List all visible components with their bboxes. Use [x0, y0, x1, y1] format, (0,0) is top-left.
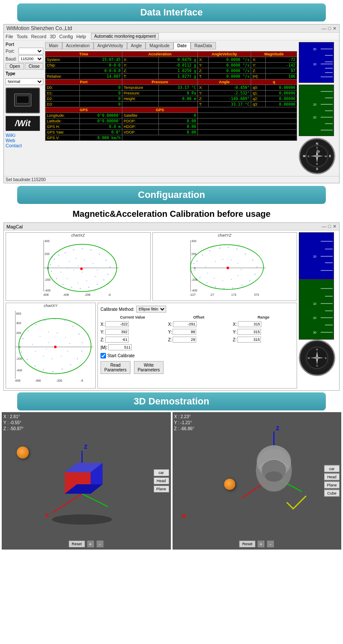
menu-tools[interactable]: Tools [17, 34, 28, 39]
demo-left-car-btn[interactable]: car [154, 469, 169, 476]
demo-right-plane-btn[interactable]: Plane [324, 482, 340, 489]
hdop-value: 0.00 [159, 124, 198, 130]
offset-z-input[interactable] [173, 337, 196, 343]
baud-row: Baud: 115200 [6, 55, 43, 62]
range-z-input[interactable] [237, 337, 261, 343]
orange-ball-right [224, 479, 235, 490]
offset-x-input[interactable] [173, 321, 197, 327]
read-parameters-button[interactable]: ReadParameters [100, 361, 131, 374]
magcal-close[interactable]: ✕ [333, 224, 337, 229]
svg-point-34 [58, 255, 59, 255]
svg-text:20: 20 [313, 116, 316, 119]
menu-config[interactable]: Config [59, 34, 73, 39]
tab-angle[interactable]: Angle [127, 42, 146, 49]
demo-left-coords: X : 2.81° Y : -0.55° Z : -50.87° [3, 414, 24, 432]
svg-point-155 [35, 351, 36, 352]
menu-help[interactable]: Help [76, 34, 86, 39]
gpsh-value: 0.0 m [79, 124, 122, 130]
configuration-header: Configuaration [17, 186, 326, 204]
tab-date[interactable]: Date [173, 42, 191, 49]
port-select[interactable] [18, 48, 43, 55]
contact-link[interactable]: Contact [6, 143, 43, 148]
demo-right-car-btn[interactable]: car [324, 465, 340, 472]
compass-e: E [329, 155, 331, 158]
minimize-icon[interactable]: — [322, 26, 326, 31]
magnitude-header: Magnitude [251, 52, 297, 57]
svg-point-52 [52, 257, 53, 258]
tab-magnitude[interactable]: Magnitude [146, 42, 173, 49]
tab-rawdata[interactable]: RawData [191, 42, 216, 49]
window-controls[interactable]: — □ ✕ [322, 26, 337, 31]
angvelz-value: 0.0000 °/s [209, 68, 251, 74]
d1-value: 0 [79, 91, 122, 96]
magcal-maximize[interactable]: □ [328, 224, 331, 229]
demo-left-minus-btn[interactable]: - [96, 540, 104, 548]
wiki-link[interactable]: WiKi [6, 133, 43, 138]
demo-right-cube-btn[interactable]: Cube [324, 490, 340, 497]
open-button[interactable]: Open [6, 63, 24, 70]
calib-values-grid: Current Value Offset Range X: X: [100, 315, 294, 350]
demo-right-minus-btn[interactable]: - [267, 540, 274, 548]
menu-record[interactable]: Record [31, 34, 46, 39]
accelx-label: X: [122, 57, 158, 63]
demo-right-reset-btn[interactable]: Reset [239, 541, 255, 547]
accel-header: Acceleration [122, 52, 197, 57]
auto-monitor-button[interactable]: Automatic monitoring equipment [91, 33, 158, 39]
current-m-input[interactable] [108, 344, 132, 350]
svg-point-43 [103, 279, 104, 280]
current-y-input[interactable] [105, 329, 129, 335]
demo-right-plus-btn[interactable]: + [257, 540, 265, 548]
baud-select[interactable]: 115200 [18, 55, 43, 62]
pdop-value: 0.00 [159, 118, 198, 124]
calib-green-ruler: 10 20 30 [299, 279, 334, 340]
svg-text:400: 400 [191, 240, 196, 243]
anglex-value: -0.450° [209, 85, 251, 91]
svg-point-51 [50, 264, 51, 265]
blank-value [159, 102, 198, 107]
cube-svg: Z X [39, 438, 125, 528]
demo-left-reset-btn[interactable]: Reset [69, 541, 85, 547]
menu-file[interactable]: File [6, 34, 13, 39]
range-x-input[interactable] [238, 321, 261, 327]
write-parameters-button[interactable]: WriteParameters [134, 361, 164, 374]
maximize-icon[interactable]: □ [328, 26, 331, 31]
current-z-input[interactable] [105, 337, 129, 343]
demo-left-plus-btn[interactable]: + [87, 540, 94, 548]
svg-text:-606: -606 [43, 293, 49, 296]
menu-3d[interactable]: 3D [50, 34, 56, 39]
tab-acceleration[interactable]: Acceleration [62, 42, 94, 49]
demo-left-head-btn[interactable]: Head [154, 477, 169, 484]
demo-right-head-btn[interactable]: Head [324, 474, 340, 480]
configuration-section: Configuaration [0, 186, 343, 204]
m-label-1: |M|: [100, 345, 107, 350]
svg-point-111 [207, 273, 208, 273]
start-calibrate-checkbox[interactable] [100, 353, 106, 358]
svg-text:400: 400 [45, 240, 50, 243]
web-link[interactable]: Web [6, 138, 43, 143]
table-row: Chip: 0-0-0 Y: -0.0112 g Y: 0.0000 °/s Y… [46, 63, 297, 68]
chip-time: 0-0-0 [79, 63, 122, 68]
close-icon[interactable]: ✕ [333, 26, 337, 31]
svg-point-60 [78, 283, 79, 283]
offset-y-row: Y: [168, 329, 230, 335]
type-select[interactable]: Normal [6, 78, 43, 85]
current-x-input[interactable] [105, 321, 129, 327]
open-close-row: Open Close [6, 63, 43, 70]
calibrate-panel: Calibrate Method: Ellipse fittin Current… [97, 303, 297, 389]
svg-point-40 [106, 260, 106, 261]
svg-text:N: N [316, 348, 318, 351]
magcal-controls[interactable]: — □ ✕ [322, 224, 337, 229]
svg-point-85 [209, 250, 210, 251]
magcal-minimize[interactable]: — [322, 224, 326, 229]
range-y-input[interactable] [237, 329, 261, 335]
chart-yz-title: chartYZ [153, 233, 297, 238]
demo-left-plane-btn[interactable]: Plane [154, 486, 169, 492]
offset-y-input[interactable] [173, 329, 196, 335]
table-row: GPS H: 0.0 m HDOP: 0.00 [46, 124, 297, 130]
close-button[interactable]: Close [25, 63, 43, 70]
tab-main[interactable]: Main [45, 42, 62, 49]
tab-anglevelocity[interactable]: AngleVelocity [94, 42, 127, 49]
calib-method-select[interactable]: Ellipse fittin [136, 306, 166, 313]
calib-blue-ruler: 10 [299, 232, 334, 279]
d3-label: D3: [46, 102, 80, 107]
